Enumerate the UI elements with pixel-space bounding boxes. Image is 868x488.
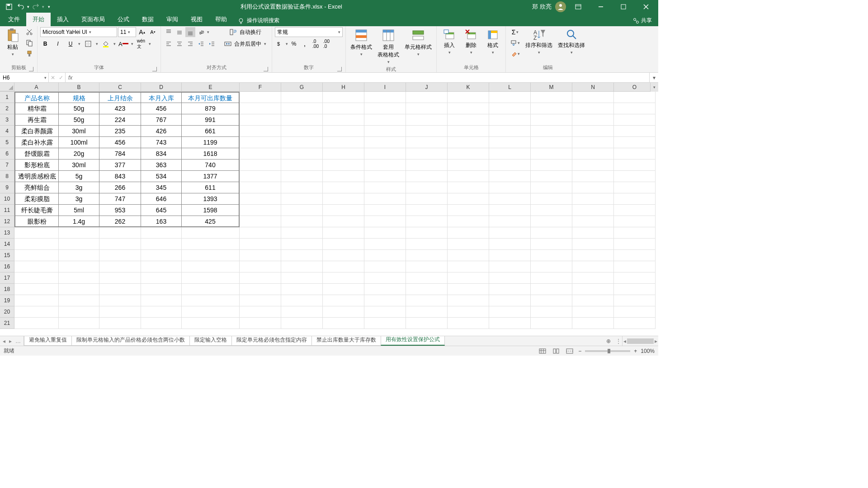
- cell[interactable]: 991: [182, 114, 240, 126]
- cell[interactable]: [323, 114, 364, 126]
- cell[interactable]: [614, 160, 656, 171]
- cell[interactable]: 377: [99, 160, 141, 171]
- sheet-tab[interactable]: 避免输入重复值: [24, 336, 72, 346]
- cell[interactable]: [531, 114, 572, 126]
- cell[interactable]: [99, 306, 141, 318]
- cell[interactable]: [489, 182, 531, 193]
- share-button[interactable]: 共享: [627, 15, 658, 26]
- number-format-combo[interactable]: 常规▾: [275, 27, 343, 37]
- cell[interactable]: [182, 318, 240, 329]
- cell[interactable]: [572, 250, 614, 261]
- cell[interactable]: [448, 126, 489, 137]
- redo-dropdown-icon[interactable]: ▾: [42, 5, 44, 9]
- cell[interactable]: [572, 216, 614, 227]
- copy-button[interactable]: [24, 38, 34, 48]
- cell[interactable]: 423: [99, 103, 141, 114]
- cell[interactable]: [281, 227, 323, 239]
- cell[interactable]: 834: [141, 148, 182, 160]
- cell[interactable]: [531, 295, 572, 306]
- insert-cells-button[interactable]: 插入▾: [439, 27, 459, 56]
- row-header-6[interactable]: 6: [0, 148, 14, 160]
- align-middle-button[interactable]: [175, 27, 184, 37]
- cell[interactable]: [364, 171, 406, 182]
- zoom-level[interactable]: 100%: [641, 348, 655, 354]
- align-center-button[interactable]: [175, 39, 184, 49]
- cell[interactable]: [182, 284, 240, 295]
- cell[interactable]: [281, 193, 323, 205]
- cell[interactable]: [572, 318, 614, 329]
- cell[interactable]: 本月入库: [141, 92, 182, 103]
- cell[interactable]: [406, 227, 448, 239]
- cell[interactable]: [323, 295, 364, 306]
- row-header-11[interactable]: 11: [0, 205, 14, 216]
- cell[interactable]: 843: [99, 171, 141, 182]
- col-header-H[interactable]: H: [323, 83, 364, 91]
- cell[interactable]: [182, 306, 240, 318]
- format-painter-button[interactable]: [24, 49, 34, 59]
- cell[interactable]: [572, 103, 614, 114]
- cell[interactable]: [240, 103, 281, 114]
- sheet-nav-more-icon[interactable]: …: [15, 338, 21, 344]
- cell[interactable]: [448, 137, 489, 148]
- cell[interactable]: 425: [182, 216, 240, 227]
- cell[interactable]: 1.4g: [59, 216, 99, 227]
- cell[interactable]: [406, 92, 448, 103]
- cell[interactable]: [364, 216, 406, 227]
- cell[interactable]: [448, 272, 489, 284]
- fill-button[interactable]: ▾: [509, 38, 522, 48]
- cell[interactable]: [614, 250, 656, 261]
- cell[interactable]: [531, 193, 572, 205]
- cell[interactable]: [240, 250, 281, 261]
- increase-font-button[interactable]: A▴: [137, 27, 147, 37]
- cell[interactable]: [448, 148, 489, 160]
- cell[interactable]: [364, 306, 406, 318]
- italic-button[interactable]: I: [53, 39, 63, 49]
- cell[interactable]: [14, 272, 59, 284]
- cell[interactable]: [489, 272, 531, 284]
- underline-button[interactable]: U: [66, 39, 75, 49]
- cell[interactable]: [240, 318, 281, 329]
- cell[interactable]: [531, 227, 572, 239]
- cell[interactable]: [240, 272, 281, 284]
- cell[interactable]: [614, 182, 656, 193]
- cell[interactable]: 266: [99, 182, 141, 193]
- align-right-button[interactable]: [185, 39, 195, 49]
- cell[interactable]: [364, 103, 406, 114]
- cell[interactable]: [614, 193, 656, 205]
- zoom-out-button[interactable]: −: [578, 348, 581, 354]
- cell[interactable]: [14, 261, 59, 272]
- cell[interactable]: [240, 261, 281, 272]
- cell[interactable]: [531, 137, 572, 148]
- cell[interactable]: [323, 103, 364, 114]
- cell[interactable]: [99, 227, 141, 239]
- cell[interactable]: [281, 284, 323, 295]
- cell[interactable]: [59, 318, 99, 329]
- cell[interactable]: [531, 160, 572, 171]
- row-header-14[interactable]: 14: [0, 239, 14, 250]
- align-left-button[interactable]: [164, 39, 174, 49]
- chevron-down-icon[interactable]: ▾: [113, 42, 116, 46]
- cell[interactable]: 透明质感粉底: [14, 171, 59, 182]
- cell[interactable]: [448, 239, 489, 250]
- cell[interactable]: [240, 171, 281, 182]
- cell[interactable]: [141, 261, 182, 272]
- cell[interactable]: [489, 160, 531, 171]
- cell[interactable]: 363: [141, 160, 182, 171]
- cell[interactable]: [323, 126, 364, 137]
- cell[interactable]: 上月结余: [99, 92, 141, 103]
- cell[interactable]: [489, 193, 531, 205]
- cell[interactable]: [448, 92, 489, 103]
- cell[interactable]: [489, 114, 531, 126]
- col-header-M[interactable]: M: [531, 83, 572, 91]
- row-header-20[interactable]: 20: [0, 306, 14, 318]
- cell[interactable]: [572, 182, 614, 193]
- zoom-slider[interactable]: [585, 350, 630, 352]
- cell[interactable]: [489, 103, 531, 114]
- undo-icon[interactable]: [15, 1, 26, 12]
- decrease-decimal-button[interactable]: .00.0: [321, 39, 331, 49]
- wrap-text-button[interactable]: 自动换行: [222, 27, 269, 37]
- cell[interactable]: [59, 272, 99, 284]
- cell[interactable]: [489, 318, 531, 329]
- row-header-9[interactable]: 9: [0, 182, 14, 193]
- cell[interactable]: [281, 160, 323, 171]
